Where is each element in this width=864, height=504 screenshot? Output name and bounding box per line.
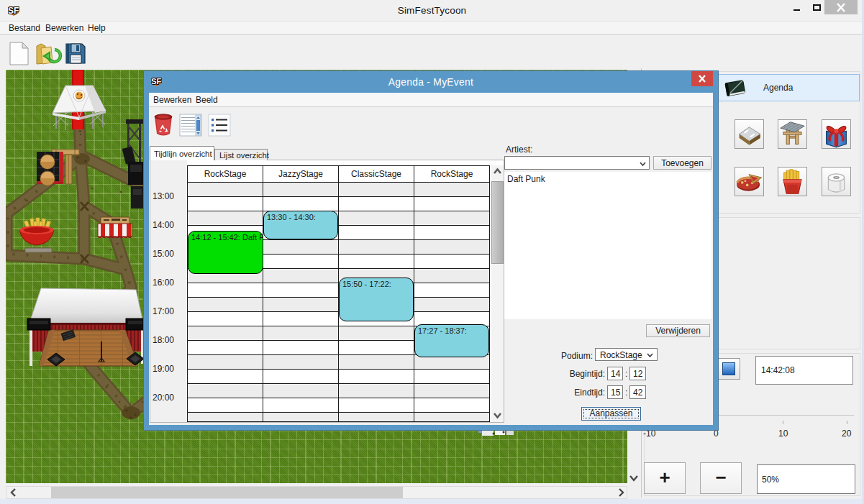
svg-text:SF: SF — [151, 77, 162, 86]
svg-text:SF: SF — [8, 6, 19, 16]
